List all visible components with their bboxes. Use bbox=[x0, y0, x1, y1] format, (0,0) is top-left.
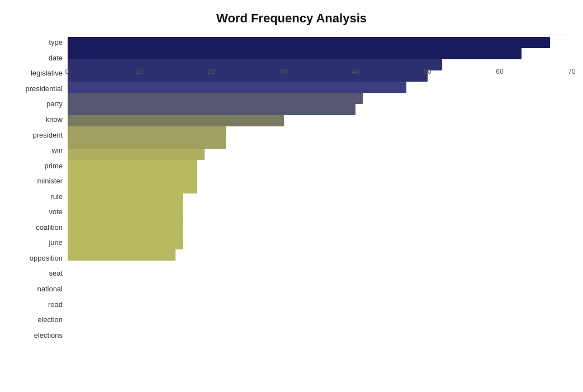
bar-row bbox=[68, 149, 572, 160]
x-tick-label: 20 bbox=[207, 68, 215, 75]
y-label: legislative bbox=[31, 66, 63, 81]
bar-row bbox=[68, 138, 572, 149]
y-label: vote bbox=[49, 205, 63, 219]
bar bbox=[68, 104, 356, 115]
x-tick-label: 10 bbox=[135, 68, 143, 75]
bar bbox=[68, 238, 183, 249]
y-label: party bbox=[46, 97, 63, 111]
y-label: know bbox=[46, 112, 63, 127]
bar-row bbox=[68, 216, 572, 227]
chart-title: Word Frequency Analysis bbox=[11, 11, 572, 26]
bar bbox=[68, 205, 183, 216]
y-label: president bbox=[33, 127, 63, 142]
bar bbox=[68, 160, 197, 171]
bar-row bbox=[68, 93, 572, 104]
y-axis: typedatelegislativepresidentialpartyknow… bbox=[11, 35, 67, 343]
bar bbox=[68, 171, 197, 182]
bar bbox=[68, 193, 183, 205]
x-tick-label: 40 bbox=[352, 68, 359, 75]
y-label: elections bbox=[34, 328, 63, 342]
y-label: presidential bbox=[26, 81, 63, 96]
y-label: read bbox=[48, 297, 63, 311]
bar bbox=[68, 249, 176, 261]
bar-row bbox=[68, 238, 572, 249]
y-label: national bbox=[37, 282, 63, 296]
bar-row bbox=[68, 227, 572, 238]
x-tick-label: 30 bbox=[279, 68, 287, 75]
bar bbox=[68, 149, 205, 160]
chart-container: Word Frequency Analysis typedatelegislat… bbox=[0, 0, 583, 392]
x-tick-label: 70 bbox=[568, 68, 575, 75]
bar bbox=[68, 126, 226, 138]
bar bbox=[68, 138, 226, 149]
y-label: date bbox=[49, 50, 63, 65]
plot-wrapper: 010203040506070 Frequency bbox=[67, 35, 572, 343]
y-label: prime bbox=[44, 158, 63, 173]
y-label: coalition bbox=[36, 220, 63, 234]
bar-row bbox=[68, 205, 572, 216]
x-axis-area: 010203040506070 bbox=[67, 35, 572, 52]
bar-row bbox=[68, 82, 572, 93]
chart-area: typedatelegislativepresidentialpartyknow… bbox=[11, 35, 572, 343]
bar bbox=[68, 216, 183, 227]
x-tick-label: 60 bbox=[496, 68, 503, 75]
x-tick-label: 50 bbox=[424, 68, 431, 75]
y-label: type bbox=[49, 35, 63, 50]
y-label: rule bbox=[50, 189, 63, 204]
bar-row bbox=[68, 160, 572, 171]
bar bbox=[68, 82, 406, 93]
y-label: win bbox=[51, 143, 63, 158]
y-label: opposition bbox=[30, 251, 63, 265]
y-label: minister bbox=[37, 174, 63, 188]
y-label: election bbox=[37, 313, 63, 327]
bar bbox=[68, 182, 197, 193]
bar-row bbox=[68, 249, 572, 261]
bar-row bbox=[68, 104, 572, 115]
x-tick-label: 0 bbox=[65, 68, 69, 75]
y-label: june bbox=[49, 235, 63, 250]
bar bbox=[68, 59, 442, 70]
y-label: seat bbox=[49, 266, 63, 281]
bar-row bbox=[68, 126, 572, 138]
bar bbox=[68, 227, 183, 238]
bar-row bbox=[68, 193, 572, 205]
bar-row bbox=[68, 182, 572, 193]
bar-row bbox=[68, 171, 572, 182]
bar bbox=[68, 70, 428, 82]
bar bbox=[68, 93, 363, 104]
bar-row bbox=[68, 115, 572, 126]
bar bbox=[68, 115, 284, 126]
